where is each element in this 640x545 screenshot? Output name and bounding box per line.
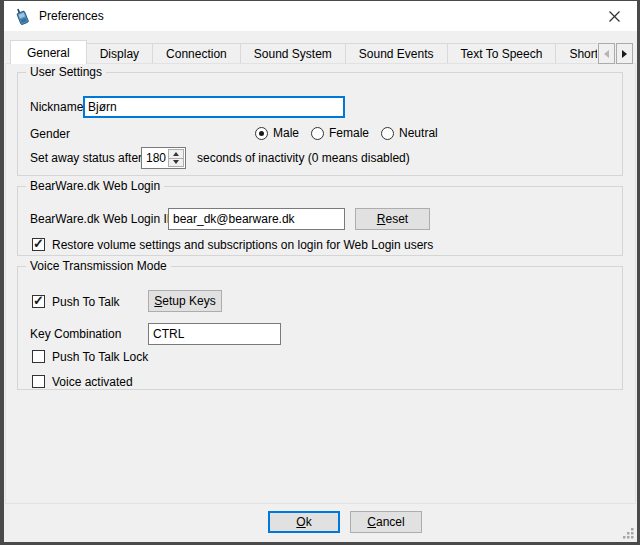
window-title: Preferences <box>39 9 104 23</box>
key-combination-input[interactable] <box>148 323 281 345</box>
nickname-label: Nickname <box>30 100 83 114</box>
voice-activated-checkbox-label: Voice activated <box>52 375 133 389</box>
user-settings-group-title: User Settings <box>26 65 106 79</box>
voice-transmission-group-title: Voice Transmission Mode <box>26 259 171 273</box>
teamtalk-app-icon <box>14 7 31 25</box>
close-button[interactable] <box>592 1 637 31</box>
push-to-talk-checkbox[interactable]: Push To Talk <box>32 294 120 309</box>
cancel-button[interactable]: Cancel <box>350 511 422 533</box>
gender-label: Gender <box>30 127 70 141</box>
radio-female-icon <box>311 127 324 140</box>
push-to-talk-lock-checkbox-label: Push To Talk Lock <box>52 350 148 364</box>
spin-up-button[interactable] <box>169 150 183 159</box>
reset-button[interactable]: Reset <box>355 208 430 230</box>
chevron-right-icon <box>622 50 627 58</box>
gender-radio-group: Male Female Neutral <box>255 125 438 141</box>
tab-display[interactable]: Display <box>86 43 153 64</box>
chevron-left-icon <box>604 50 609 58</box>
away-status-label: Set away status after <box>30 151 141 165</box>
radio-neutral-icon <box>381 127 394 140</box>
tab-scroll-right-button[interactable] <box>616 43 633 64</box>
spin-down-icon <box>173 160 179 164</box>
ok-button[interactable]: Ok <box>268 511 340 533</box>
user-settings-group: User Settings Nickname Gender Male Femal… <box>17 72 623 176</box>
radio-male-icon <box>255 127 268 140</box>
voice-activated-checkbox[interactable]: Voice activated <box>32 374 133 389</box>
key-combination-label: Key Combination <box>30 327 148 341</box>
tab-bar: General Display Connection Sound System … <box>10 40 597 64</box>
setup-keys-button[interactable]: Setup Keys <box>148 290 222 312</box>
nickname-input[interactable] <box>83 96 345 118</box>
restore-volume-checkbox[interactable]: Restore volume settings and subscription… <box>32 237 433 252</box>
spin-down-button[interactable] <box>169 159 183 167</box>
web-login-group: BearWare.dk Web Login BearWare.dk Web Lo… <box>17 186 623 256</box>
voice-activated-checkbox-icon <box>32 375 45 388</box>
push-to-talk-lock-checkbox-icon <box>32 350 45 363</box>
tab-text-to-speech[interactable]: Text To Speech <box>447 43 557 64</box>
tab-connection[interactable]: Connection <box>152 43 241 64</box>
tab-sound-system[interactable]: Sound System <box>240 43 346 64</box>
restore-volume-checkbox-label: Restore volume settings and subscription… <box>52 238 433 252</box>
tab-shortcuts[interactable]: Shortcuts <box>555 43 597 64</box>
tab-sound-events[interactable]: Sound Events <box>345 43 448 64</box>
gender-radio-neutral[interactable]: Neutral <box>381 126 438 140</box>
spin-up-icon <box>173 152 179 156</box>
close-icon <box>609 11 620 22</box>
away-seconds-spinner[interactable]: 180 <box>141 147 186 169</box>
gender-radio-female[interactable]: Female <box>311 126 369 140</box>
title-bar: Preferences <box>4 1 637 31</box>
tab-scroll-buttons <box>598 43 633 64</box>
away-seconds-value: 180 <box>142 148 167 168</box>
web-login-group-title: BearWare.dk Web Login <box>26 179 164 193</box>
push-to-talk-checkbox-label: Push To Talk <box>52 295 120 309</box>
web-login-id-label: BearWare.dk Web Login ID <box>30 212 168 226</box>
push-to-talk-lock-checkbox[interactable]: Push To Talk Lock <box>32 349 148 364</box>
gender-radio-male[interactable]: Male <box>255 126 299 140</box>
resize-grip-icon[interactable] <box>621 526 635 540</box>
tab-general[interactable]: General <box>10 40 87 64</box>
web-login-id-input[interactable] <box>168 208 345 230</box>
restore-volume-checkbox-icon <box>32 238 45 251</box>
preferences-dialog: Preferences General Display Connection S… <box>0 0 640 545</box>
voice-transmission-group: Voice Transmission Mode Push To Talk Set… <box>17 266 623 390</box>
tab-scroll-left-button[interactable] <box>598 43 615 64</box>
away-status-suffix: seconds of inactivity (0 means disabled) <box>197 151 410 165</box>
push-to-talk-checkbox-icon <box>32 295 45 308</box>
